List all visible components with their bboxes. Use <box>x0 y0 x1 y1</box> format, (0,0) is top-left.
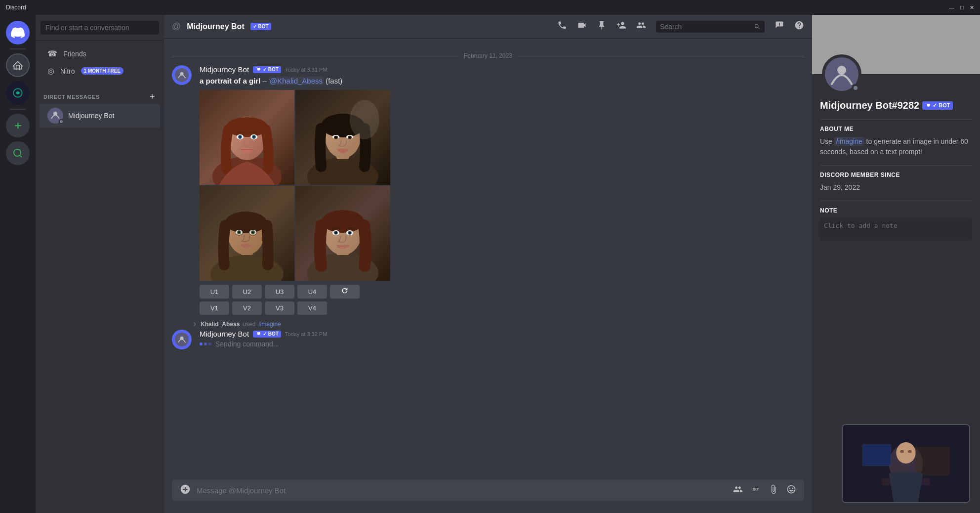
dm-section-header: DIRECT MESSAGES ＋ <box>36 84 164 104</box>
svg-point-3 <box>53 112 57 116</box>
variation-v3-button[interactable]: V3 <box>265 301 294 315</box>
add-server-button[interactable]: ＋ <box>6 114 30 137</box>
svg-point-13 <box>239 136 241 138</box>
app-title: Discord <box>6 4 949 11</box>
people-icon[interactable] <box>733 484 743 497</box>
svg-point-53 <box>335 232 337 234</box>
find-conversation-input[interactable] <box>41 21 159 35</box>
slash-command-icon <box>192 321 198 327</box>
dm-nav-items: ☎ Friends ◎ Nitro 1 MONTH FREE <box>36 41 164 84</box>
svg-point-68 <box>900 450 904 453</box>
loading-dot-1 <box>200 342 203 345</box>
message-group-sending: Midjourney Bot ✓ BOT Today at 3:32 PM <box>164 328 812 351</box>
server-sidebar: ＋ <box>0 15 36 513</box>
sidebar-item-nitro[interactable]: ◎ Nitro 1 MONTH FREE <box>40 62 160 80</box>
new-dm-button[interactable]: ＋ <box>148 91 157 102</box>
title-bar: Discord — □ ✕ <box>0 0 980 15</box>
portrait-image-2 <box>295 90 390 185</box>
bot-avatar-2 <box>172 330 192 349</box>
portrait-image-1 <box>200 90 294 185</box>
explore-servers-button[interactable] <box>6 141 30 165</box>
emoji-button[interactable] <box>786 484 796 497</box>
variation-v2-button[interactable]: V2 <box>232 301 262 315</box>
profile-avatar-ring <box>822 54 861 94</box>
svg-point-58 <box>180 337 184 340</box>
server-icon-ai[interactable] <box>6 81 30 105</box>
dm-search-bar[interactable] <box>36 15 164 41</box>
bot-verified-badge: ✓ BOT <box>250 23 271 30</box>
discord-home-button[interactable] <box>6 21 30 44</box>
svg-point-63 <box>896 442 915 464</box>
used-command-indicator: Khalid_Abess used /imagine <box>164 319 812 328</box>
upscale-u4-button[interactable]: U4 <box>297 285 327 299</box>
upscale-u1-button[interactable]: U1 <box>200 285 229 299</box>
close-button[interactable]: ✕ <box>970 4 974 11</box>
message-input[interactable] <box>197 481 727 500</box>
upscale-u2-button[interactable]: U2 <box>232 285 262 299</box>
nitro-icon: ◎ <box>47 66 54 76</box>
svg-point-31 <box>349 136 351 138</box>
variation-v1-button[interactable]: V1 <box>200 301 229 315</box>
profile-info: Midjourney Bot#9282 ✓ BOT ABOUT ME Use /… <box>812 74 980 251</box>
image-cell-2[interactable] <box>295 90 390 185</box>
window-controls[interactable]: — □ ✕ <box>949 4 974 11</box>
profile-member-since-section: DISCORD MEMBER SINCE Jan 29, 2022 <box>820 165 972 193</box>
profile-about-section: ABOUT ME Use /imagine to generate an ima… <box>820 119 972 157</box>
pin-messages-button[interactable] <box>597 20 607 33</box>
nitro-badge: 1 MONTH FREE <box>81 67 123 75</box>
chat-header-name: Midjourney Bot <box>187 22 244 31</box>
gif-button[interactable] <box>751 484 761 497</box>
message-text-suffix: (fast) <box>326 77 342 85</box>
friends-icon: ☎ <box>47 49 57 58</box>
upscale-u3-button[interactable]: U3 <box>265 285 294 299</box>
dm-user-midjourney-bot[interactable]: Midjourney Bot <box>40 104 160 128</box>
chat-search-box[interactable] <box>656 21 765 33</box>
svg-point-45 <box>248 229 257 236</box>
sending-command-text: Sending command... <box>200 340 804 348</box>
sidebar-item-friends[interactable]: ☎ Friends <box>40 45 160 62</box>
search-icon <box>754 23 761 31</box>
image-cell-3[interactable] <box>200 186 294 281</box>
help-button[interactable] <box>794 20 804 33</box>
message-content-sending: Midjourney Bot ✓ BOT Today at 3:32 PM <box>200 330 804 349</box>
member-since-date: Jan 29, 2022 <box>820 182 972 193</box>
svg-point-44 <box>235 229 244 236</box>
attachment-button[interactable] <box>769 484 778 497</box>
message-time-2: Today at 3:32 PM <box>285 331 327 337</box>
profile-name-text: Midjourney Bot#9282 <box>820 100 919 111</box>
svg-point-56 <box>349 232 351 234</box>
call-button[interactable] <box>557 20 567 33</box>
used-command-user: Khalid_Abess <box>201 321 240 328</box>
note-input[interactable] <box>820 218 972 241</box>
svg-point-16 <box>253 136 255 138</box>
image-grid[interactable] <box>200 90 390 281</box>
video-call-button[interactable] <box>577 20 587 33</box>
chat-input-box[interactable] <box>172 479 804 501</box>
svg-point-18 <box>245 144 245 145</box>
maximize-button[interactable]: □ <box>960 4 964 11</box>
refresh-button[interactable] <box>330 285 360 299</box>
svg-point-32 <box>350 100 379 139</box>
server-icon-boat[interactable] <box>6 53 30 77</box>
image-cell-1[interactable] <box>200 90 294 185</box>
member-since-title: DISCORD MEMBER SINCE <box>820 171 972 178</box>
note-title: NOTE <box>820 207 972 214</box>
message-time: Today at 3:31 PM <box>285 67 327 73</box>
variation-buttons: V1 V2 V3 V4 <box>200 301 804 315</box>
image-cell-4[interactable] <box>295 186 390 281</box>
variation-v4-button[interactable]: V4 <box>297 301 327 315</box>
chat-header: @ Midjourney Bot ✓ BOT <box>164 15 812 39</box>
add-friend-button[interactable] <box>616 20 626 33</box>
message-text: a portrait of a girl – @Khalid_Abess (fa… <box>200 76 804 86</box>
minimize-button[interactable]: — <box>949 4 954 11</box>
message-group-2: Khalid_Abess used /imagine Midj <box>164 317 812 353</box>
inbox-button[interactable] <box>775 20 784 33</box>
profile-username: Midjourney Bot#9282 ✓ BOT <box>820 100 972 111</box>
hide-member-list-button[interactable] <box>636 20 646 33</box>
svg-rect-66 <box>863 445 890 465</box>
add-file-button[interactable] <box>180 484 191 497</box>
chat-input-area <box>164 479 812 513</box>
svg-point-17 <box>243 143 244 144</box>
svg-point-20 <box>250 144 251 145</box>
chat-search-input[interactable] <box>660 23 751 31</box>
